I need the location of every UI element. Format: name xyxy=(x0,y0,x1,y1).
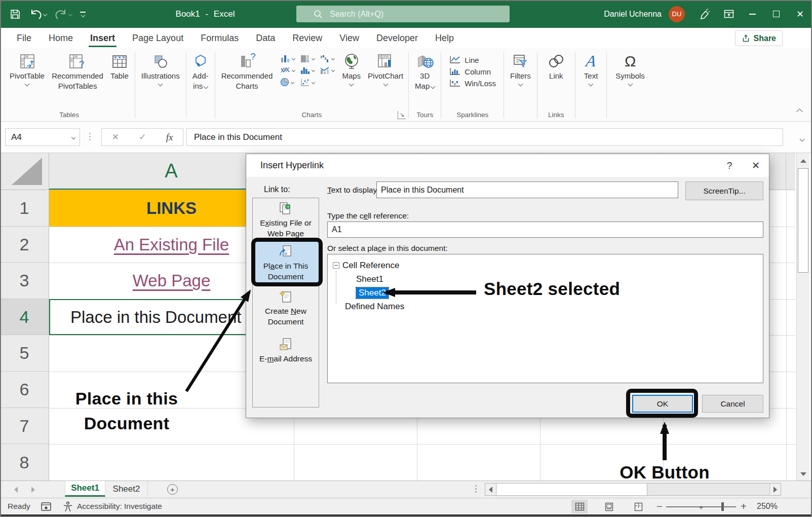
sparkline-column-button[interactable]: Column xyxy=(449,67,496,76)
tree-item-defined-names[interactable]: Defined Names xyxy=(333,300,758,313)
maps-button[interactable]: Maps xyxy=(338,51,364,87)
undo-button[interactable] xyxy=(29,8,47,20)
tab-page-layout[interactable]: Page Layout xyxy=(124,28,192,48)
sparkline-winloss-button[interactable]: Win/Loss xyxy=(449,79,496,88)
hierarchy-chart-button[interactable] xyxy=(300,54,315,63)
combo-chart-button[interactable] xyxy=(320,66,334,75)
scroll-right-button[interactable] xyxy=(769,484,781,495)
cell-reference-input[interactable] xyxy=(327,221,763,238)
horizontal-scrollbar[interactable] xyxy=(485,483,781,496)
close-button[interactable]: ✕ xyxy=(788,0,812,28)
cell-a3-hyperlink[interactable]: Web Page xyxy=(133,271,211,290)
tab-developer[interactable]: Developer xyxy=(368,28,427,48)
minimize-button[interactable] xyxy=(741,0,764,28)
symbols-button[interactable]: Ω Symbols xyxy=(609,51,651,87)
sheet-tab-sheet1[interactable]: Sheet1 xyxy=(65,481,105,497)
vertical-scrollbar[interactable] xyxy=(796,153,809,481)
tab-view[interactable]: View xyxy=(331,28,368,48)
scroll-left-button[interactable] xyxy=(485,484,496,495)
addins-button[interactable]: Add- ins xyxy=(189,51,212,92)
column-chart-button[interactable] xyxy=(280,54,295,63)
recommended-charts-button[interactable]: ? Recommended Charts xyxy=(218,51,277,92)
row-header-1[interactable]: 1 xyxy=(0,190,49,227)
tree-item-sheet1[interactable]: Sheet1 xyxy=(333,272,758,286)
option-existing-file[interactable]: Existing File or Web Page xyxy=(253,200,319,240)
waterfall-chart-button[interactable] xyxy=(320,54,334,63)
view-normal-button[interactable] xyxy=(571,500,588,513)
collapse-ribbon-button[interactable] xyxy=(797,107,802,116)
zoom-in-button[interactable]: + xyxy=(741,498,747,514)
ribbon-display-options-button[interactable] xyxy=(717,0,741,28)
maximize-button[interactable] xyxy=(764,0,788,28)
pivottable-button[interactable]: PivotTable xyxy=(6,51,48,87)
formula-input[interactable]: Place in this Document xyxy=(186,128,783,146)
row-header-7[interactable]: 7 xyxy=(0,408,49,444)
dialog-title-bar[interactable]: Insert Hyperlink ? ✕ xyxy=(246,154,769,177)
row-header-6[interactable]: 6 xyxy=(0,372,49,408)
macro-record-button[interactable] xyxy=(41,498,52,514)
option-place-in-document[interactable]: Place in This Document xyxy=(253,242,319,284)
table-button[interactable]: Table xyxy=(107,51,132,82)
scroll-up-button[interactable] xyxy=(797,154,810,167)
row-header-4[interactable]: 4 xyxy=(0,299,49,335)
vertical-scrollbar-thumb[interactable] xyxy=(798,168,808,273)
zoom-out-button[interactable]: − xyxy=(656,498,663,514)
zoom-level-button[interactable]: 250% xyxy=(757,498,778,514)
tab-help[interactable]: Help xyxy=(427,28,462,48)
dialog-close-button[interactable]: ✕ xyxy=(743,154,769,177)
tab-formulas[interactable]: Formulas xyxy=(192,28,247,48)
new-sheet-button[interactable]: + xyxy=(167,484,178,495)
coming-soon-button[interactable] xyxy=(693,0,717,28)
text-button[interactable]: A Text xyxy=(578,51,604,87)
tab-home[interactable]: Home xyxy=(40,28,82,48)
scatter-chart-button[interactable] xyxy=(300,78,315,87)
customize-quick-access-button[interactable] xyxy=(80,12,86,17)
illustrations-button[interactable]: Illustrations xyxy=(138,51,183,87)
view-page-break-button[interactable] xyxy=(630,500,646,513)
sheet-tab-sheet2[interactable]: Sheet2 xyxy=(105,481,148,497)
charts-dialog-launcher[interactable]: ↘ xyxy=(398,111,406,119)
option-create-new[interactable]: Create New Document xyxy=(253,286,319,330)
dialog-help-button[interactable]: ? xyxy=(716,154,743,177)
tree-collapse-icon[interactable] xyxy=(333,262,339,269)
statistic-chart-button[interactable] xyxy=(300,66,315,75)
formula-bar-grip[interactable] xyxy=(89,133,91,142)
cancel-button[interactable]: Cancel xyxy=(702,395,763,413)
sheet-nav-right-button[interactable] xyxy=(31,487,35,493)
cancel-entry-button[interactable]: ✕ xyxy=(112,132,119,142)
scroll-down-button[interactable] xyxy=(797,467,810,481)
recommended-pivottables-button[interactable]: ? Recommended PivotTables xyxy=(48,51,107,92)
enter-entry-button[interactable]: ✓ xyxy=(139,132,146,142)
link-button[interactable]: Link xyxy=(540,51,572,82)
sparkline-line-button[interactable]: Line xyxy=(449,55,496,64)
accessibility-checker-button[interactable]: Accessibility: Investigate xyxy=(63,498,162,514)
screentip-button[interactable]: ScreenTip... xyxy=(685,181,763,200)
sheet-nav-left-button[interactable] xyxy=(14,487,18,493)
tab-bar-grip[interactable] xyxy=(475,485,477,493)
row-header-5[interactable]: 5 xyxy=(0,335,49,372)
select-all-button[interactable] xyxy=(0,153,49,190)
tab-insert[interactable]: Insert xyxy=(82,28,124,48)
save-button[interactable] xyxy=(9,8,21,20)
tab-review[interactable]: Review xyxy=(284,28,331,48)
ok-button[interactable]: OK xyxy=(632,395,693,413)
name-box[interactable]: A4 xyxy=(5,128,80,146)
horizontal-scrollbar-thumb[interactable] xyxy=(497,484,647,495)
avatar[interactable]: DU xyxy=(669,6,685,22)
redo-button[interactable] xyxy=(55,8,72,20)
text-to-display-input[interactable] xyxy=(376,181,678,198)
insert-function-button[interactable]: fx xyxy=(166,132,173,143)
filters-button[interactable]: Filters xyxy=(507,51,534,87)
cell-a2-hyperlink[interactable]: An Existing File xyxy=(114,235,229,254)
tab-file[interactable]: File xyxy=(8,28,40,48)
formula-bar-expand-button[interactable] xyxy=(800,134,804,143)
row-header-2[interactable]: 2 xyxy=(0,227,49,263)
share-button[interactable]: Share xyxy=(735,30,783,46)
tab-data[interactable]: Data xyxy=(247,28,284,48)
pie-chart-button[interactable] xyxy=(280,78,295,87)
row-header-3[interactable]: 3 xyxy=(0,263,49,299)
line-chart-button[interactable] xyxy=(280,66,295,75)
pivotchart-button[interactable]: PivotChart xyxy=(364,51,407,87)
view-page-layout-button[interactable] xyxy=(601,500,617,513)
row-header-8[interactable]: 8 xyxy=(0,444,49,481)
